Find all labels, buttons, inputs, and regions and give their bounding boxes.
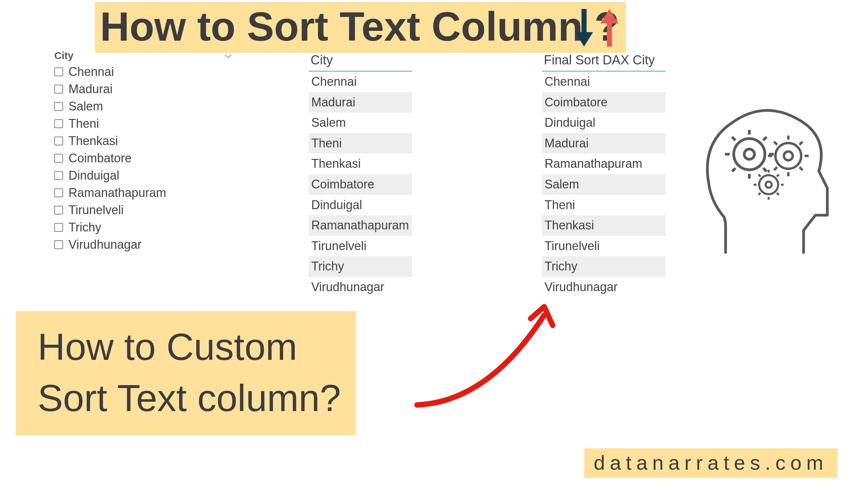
city-slicer[interactable]: City Chennai Madurai Salem Theni Thenkas… xyxy=(54,49,235,253)
table-row[interactable]: Dinduigal xyxy=(309,195,412,216)
slicer-items: Chennai Madurai Salem Theni Thenkasi Coi… xyxy=(54,63,235,253)
slicer-item[interactable]: Dinduigal xyxy=(54,167,235,184)
svg-line-27 xyxy=(758,193,761,195)
slicer-title: City xyxy=(54,50,74,61)
subtitle-line1: How to Custom xyxy=(38,321,341,372)
svg-line-18 xyxy=(800,167,803,170)
svg-point-0 xyxy=(734,139,765,170)
subtitle-banner: How to Custom Sort Text column? xyxy=(16,311,356,435)
slicer-item[interactable]: Madurai xyxy=(54,81,235,98)
svg-point-11 xyxy=(784,151,793,160)
table-row[interactable]: Salem xyxy=(309,113,412,133)
slicer-item[interactable]: Ramanathapuram xyxy=(54,184,235,201)
slicer-item-label: Coimbatore xyxy=(68,151,132,165)
slicer-item-label: Trichy xyxy=(68,220,101,235)
table-row[interactable]: Ramanathapuram xyxy=(542,154,666,174)
final-sort-table[interactable]: Final Sort DAX City Chennai Coimbatore D… xyxy=(542,50,666,298)
table-row[interactable]: Tirunelveli xyxy=(542,236,666,257)
chevron-down-icon[interactable] xyxy=(224,50,232,61)
footer-url: datanarrates.com xyxy=(584,448,837,478)
table-row[interactable]: Trichy xyxy=(542,256,666,277)
checkbox-icon[interactable] xyxy=(54,85,63,94)
arrow-up-icon xyxy=(597,6,622,51)
slicer-item-label: Thenkasi xyxy=(68,134,118,148)
table-row[interactable]: Virudhunagar xyxy=(309,277,412,298)
table-row[interactable]: Chennai xyxy=(542,72,666,92)
table-row[interactable]: Dinduigal xyxy=(542,113,666,133)
slicer-item-label: Virudhunagar xyxy=(68,238,142,252)
slicer-item-label: Tirunelveli xyxy=(68,203,124,217)
checkbox-icon[interactable] xyxy=(54,137,63,145)
slicer-header[interactable]: City xyxy=(54,49,235,63)
title-banner: How to Sort Text Column ? xyxy=(95,2,626,53)
svg-point-10 xyxy=(775,143,801,169)
table-row[interactable]: Ramanathapuram xyxy=(309,215,412,236)
slicer-item[interactable]: Theni xyxy=(54,115,235,132)
slicer-item-label: Ramanathapuram xyxy=(68,186,166,200)
svg-line-28 xyxy=(777,193,779,195)
svg-line-19 xyxy=(774,142,777,145)
checkbox-icon[interactable] xyxy=(54,102,63,111)
slicer-item[interactable]: Coimbatore xyxy=(54,150,235,167)
table-row[interactable]: Theni xyxy=(542,195,666,216)
table-row[interactable]: Theni xyxy=(309,133,412,154)
subtitle-line2: Sort Text column? xyxy=(38,372,341,424)
svg-point-20 xyxy=(759,175,778,194)
table-row[interactable]: Madurai xyxy=(542,133,666,154)
slicer-item-label: Dinduigal xyxy=(68,168,119,183)
checkbox-icon[interactable] xyxy=(54,188,63,197)
slicer-item[interactable]: Thenkasi xyxy=(54,133,235,149)
svg-line-8 xyxy=(763,168,767,171)
slicer-item[interactable]: Virudhunagar xyxy=(54,236,235,253)
svg-point-1 xyxy=(744,149,754,159)
table-row[interactable]: Coimbatore xyxy=(309,174,412,195)
checkbox-icon[interactable] xyxy=(54,119,63,128)
slicer-item[interactable]: Trichy xyxy=(54,219,235,236)
svg-line-9 xyxy=(732,137,735,140)
city-table[interactable]: City Chennai Madurai Salem Theni Thenkas… xyxy=(309,50,412,298)
svg-point-21 xyxy=(766,182,772,188)
slicer-item-label: Madurai xyxy=(68,82,113,96)
slicer-item[interactable]: Salem xyxy=(54,98,235,115)
svg-line-7 xyxy=(732,168,735,171)
table-row[interactable]: Chennai xyxy=(309,72,412,92)
checkbox-icon[interactable] xyxy=(54,154,63,163)
table-row[interactable]: Salem xyxy=(542,174,666,195)
table-header[interactable]: Final Sort DAX City xyxy=(542,50,666,72)
slicer-item-label: Salem xyxy=(68,99,103,114)
arrow-down-icon xyxy=(571,6,597,51)
slicer-item-label: Theni xyxy=(68,117,99,131)
checkbox-icon[interactable] xyxy=(54,206,63,215)
sort-arrows-group xyxy=(571,6,622,51)
checkbox-icon[interactable] xyxy=(54,223,63,232)
table-row[interactable]: Trichy xyxy=(309,256,412,277)
table-row[interactable]: Coimbatore xyxy=(542,92,666,113)
table-row[interactable]: Thenkasi xyxy=(542,215,666,236)
curved-arrow-icon xyxy=(410,300,563,413)
checkbox-icon[interactable] xyxy=(54,171,63,180)
svg-line-29 xyxy=(758,175,761,177)
slicer-item-label: Chennai xyxy=(68,65,114,79)
svg-line-16 xyxy=(800,142,803,145)
table-row[interactable]: Thenkasi xyxy=(309,154,412,174)
svg-line-26 xyxy=(777,175,779,177)
checkbox-icon[interactable] xyxy=(54,67,63,76)
svg-line-6 xyxy=(763,137,767,140)
table-row[interactable]: Tirunelveli xyxy=(309,236,412,257)
slicer-item[interactable]: Chennai xyxy=(54,63,235,80)
checkbox-icon[interactable] xyxy=(54,240,63,249)
slicer-item[interactable]: Tirunelveli xyxy=(54,202,235,219)
svg-line-17 xyxy=(774,167,777,170)
table-row[interactable]: Virudhunagar xyxy=(542,277,666,298)
table-header[interactable]: City xyxy=(309,50,412,72)
head-gears-icon xyxy=(690,103,836,261)
table-row[interactable]: Madurai xyxy=(309,92,412,113)
